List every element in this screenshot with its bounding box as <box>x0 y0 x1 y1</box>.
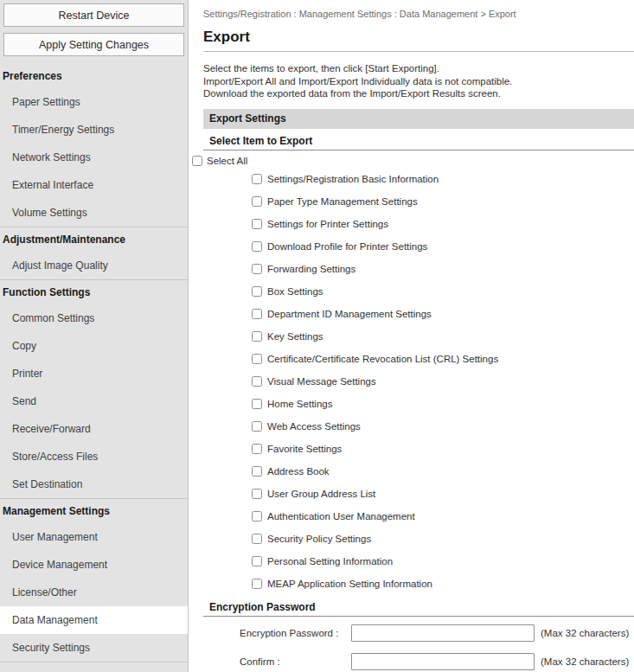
export-item-row: Visual Message Settings <box>203 370 634 393</box>
export-item-row: Box Settings <box>203 280 634 303</box>
export-item-label: Address Book <box>267 466 330 477</box>
sidebar-item-device-management[interactable]: Device Management <box>0 551 188 579</box>
export-item-label: Favorite Settings <box>267 444 342 454</box>
settings-registration-page: Restart Device Apply Setting Changes Pre… <box>0 0 634 672</box>
sidebar-item-network-settings[interactable]: Network Settings <box>0 144 188 171</box>
export-item-label: Authentication User Management <box>267 511 415 522</box>
export-settings-header: Export Settings <box>203 109 634 129</box>
restart-device-button[interactable]: Restart Device <box>3 3 184 27</box>
sidebar-item-adjust-image-quality[interactable]: Adjust Image Quality <box>0 252 188 279</box>
checkbox-address-book[interactable] <box>252 466 262 477</box>
sidebar-item-common-settings[interactable]: Common Settings <box>0 304 188 332</box>
page-description: Select the items to export, then click [… <box>203 62 634 100</box>
export-item-row: Authentication User Management <box>203 505 634 528</box>
export-item-row: Paper Type Management Settings <box>203 190 634 213</box>
sidebar-item-external-interface[interactable]: External Interface <box>0 171 188 199</box>
export-item-row: User Group Address List <box>203 483 634 505</box>
sidebar-item-volume-settings[interactable]: Volume Settings <box>0 199 188 227</box>
select-item-to-export-header: Select Item to Export <box>203 132 634 150</box>
export-item-label: Visual Message Settings <box>267 376 376 387</box>
export-item-row: Certificate/Certificate Revocation List … <box>203 348 634 370</box>
page-title: Export <box>203 29 634 52</box>
sidebar-item-copy[interactable]: Copy <box>0 332 188 360</box>
export-item-label: Settings for Printer Settings <box>267 219 388 229</box>
export-item-row: Department ID Management Settings <box>203 303 634 325</box>
export-item-row: Web Access Settings <box>203 415 634 438</box>
sidebar-item-security-settings[interactable]: Security Settings <box>0 634 188 662</box>
encryption-field-label: Confirm : <box>240 656 351 667</box>
sidebar-section: Adjustment/Maintenance Adjust Image Qual… <box>0 227 188 279</box>
sidebar-section-header: Adjustment/Maintenance <box>0 227 188 252</box>
sidebar-item-receive-forward[interactable]: Receive/Forward <box>0 415 188 443</box>
checkbox-user-group-address-list[interactable] <box>252 489 262 499</box>
checkbox-department-id-management-settings[interactable] <box>252 309 262 319</box>
checkbox-download-profile-for-printer-settings[interactable] <box>252 241 262 252</box>
export-item-label: Department ID Management Settings <box>267 309 432 319</box>
breadcrumb[interactable]: Settings/Registration : Management Setti… <box>203 9 634 19</box>
encryption-field-row: Confirm : (Max 32 characters) <box>203 653 634 670</box>
sidebar-item-set-destination[interactable]: Set Destination <box>0 470 188 498</box>
select-all-row: Select All <box>192 156 634 166</box>
sidebar-item-paper-settings[interactable]: Paper Settings <box>0 88 188 116</box>
checkbox-settings-for-printer-settings[interactable] <box>252 219 262 229</box>
checkbox-security-policy-settings[interactable] <box>252 534 262 544</box>
select-all-checkbox[interactable] <box>192 156 202 166</box>
export-item-label: Key Settings <box>267 331 323 342</box>
checkbox-authentication-user-management[interactable] <box>252 511 262 522</box>
export-item-row: Favorite Settings <box>203 438 634 460</box>
export-item-label: Personal Setting Information <box>267 556 393 566</box>
sidebar-section: Management Settings User ManagementDevic… <box>0 498 188 662</box>
settings-sidebar: Restart Device Apply Setting Changes Pre… <box>0 0 189 672</box>
export-item-list: Settings/Registration Basic Information … <box>203 168 634 595</box>
export-item-label: Web Access Settings <box>267 421 361 432</box>
sidebar-item-send[interactable]: Send <box>0 387 188 415</box>
checkbox-certificate-certificate-revocation-list-crl-settings[interactable] <box>252 354 262 364</box>
sidebar-item-license-other[interactable]: License/Other <box>0 579 188 606</box>
checkbox-box-settings[interactable] <box>252 286 262 297</box>
export-item-label: Forwarding Settings <box>267 264 355 274</box>
sidebar-item-printer[interactable]: Printer <box>0 360 188 387</box>
export-item-label: Download Profile for Printer Settings <box>267 241 427 252</box>
checkbox-visual-message-settings[interactable] <box>252 376 262 387</box>
checkbox-home-settings[interactable] <box>252 399 262 409</box>
sidebar-section: Preferences Paper SettingsTimer/Energy S… <box>0 64 188 227</box>
export-item-row: Download Profile for Printer Settings <box>203 235 634 258</box>
apply-setting-changes-button[interactable]: Apply Setting Changes <box>3 33 184 56</box>
encryption-fields: Encryption Password : (Max 32 characters… <box>203 624 634 670</box>
sidebar-footer <box>0 662 188 672</box>
checkbox-settings-registration-basic-information[interactable] <box>252 174 262 184</box>
description-line: Import/Export All and Import/Export Indi… <box>203 75 634 88</box>
sidebar-buttons: Restart Device Apply Setting Changes <box>0 0 188 62</box>
sidebar-item-timer-energy-settings[interactable]: Timer/Energy Settings <box>0 116 188 144</box>
select-all-label: Select All <box>207 156 247 166</box>
export-item-label: MEAP Application Setting Information <box>267 579 432 589</box>
export-item-label: User Group Address List <box>267 489 375 499</box>
export-item-label: Paper Type Management Settings <box>267 196 418 207</box>
sidebar-section-header: Function Settings <box>0 279 188 304</box>
checkbox-key-settings[interactable] <box>252 331 262 342</box>
checkbox-paper-type-management-settings[interactable] <box>252 196 262 207</box>
checkbox-web-access-settings[interactable] <box>252 421 262 432</box>
checkbox-personal-setting-information[interactable] <box>252 556 262 566</box>
export-item-row: Security Policy Settings <box>203 528 634 550</box>
confirm-password-input[interactable] <box>351 653 535 670</box>
sidebar-item-user-management[interactable]: User Management <box>0 523 188 551</box>
checkbox-meap-application-setting-information[interactable] <box>252 579 262 589</box>
sidebar-item-data-management[interactable]: Data Management <box>0 606 188 634</box>
export-item-row: Home Settings <box>203 393 634 415</box>
checkbox-forwarding-settings[interactable] <box>252 264 262 274</box>
sidebar-section-header: Management Settings <box>0 498 188 523</box>
export-item-label: Security Policy Settings <box>267 534 371 544</box>
export-item-label: Certificate/Certificate Revocation List … <box>267 354 498 364</box>
checkbox-favorite-settings[interactable] <box>252 444 262 454</box>
sidebar-item-store-access-files[interactable]: Store/Access Files <box>0 443 188 470</box>
export-item-label: Home Settings <box>267 399 332 409</box>
encryption-field-label: Encryption Password : <box>240 628 351 638</box>
export-item-label: Settings/Registration Basic Information <box>267 174 439 184</box>
sidebar-sections: Preferences Paper SettingsTimer/Energy S… <box>0 62 188 662</box>
export-item-row: Settings/Registration Basic Information <box>203 168 634 190</box>
description-line: Download the exported data from the Impo… <box>203 87 634 100</box>
encryption-password-input[interactable] <box>351 624 535 642</box>
export-item-row: Key Settings <box>203 325 634 348</box>
description-line: Select the items to export, then click [… <box>203 62 634 75</box>
